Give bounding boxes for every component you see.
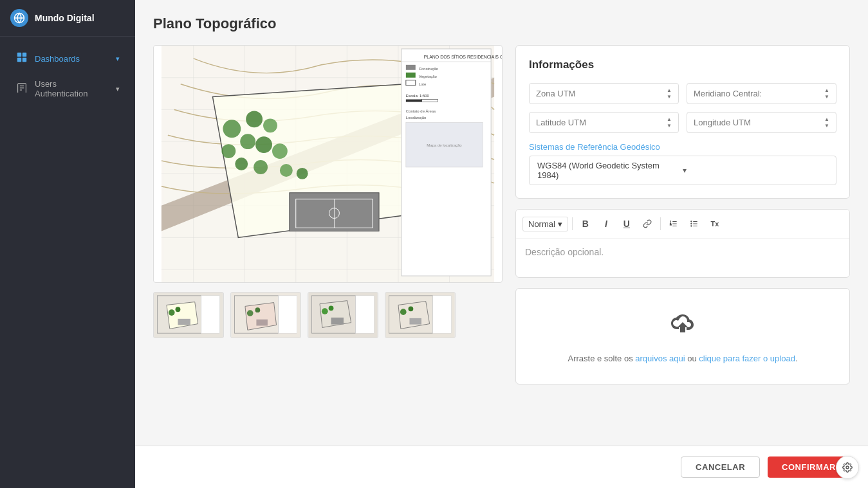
sidebar-item-label: Users Authentication [35,79,109,98]
svg-point-74 [255,307,260,312]
svg-rect-72 [256,320,268,326]
settings-button[interactable] [836,456,859,479]
sidebar-logo: Mundo Digital [0,0,135,37]
meridiano-label: Meridiano Central: [694,89,824,98]
svg-text:2.: 2. [670,223,672,226]
svg-point-30 [223,120,241,138]
svg-text:PLANO DOS SÍTIOS RESIDENCIAIS : PLANO DOS SÍTIOS RESIDENCIAIS CARVÃO [424,54,502,59]
svg-point-80 [322,308,328,314]
geodesic-section: Sistemas de Referência Geodésico WGS84 (… [529,142,836,185]
svg-point-73 [247,310,254,316]
geodesic-select[interactable]: WGS84 (World Geodetic System 1984) ▾ [529,156,836,185]
svg-rect-50 [406,73,416,78]
svg-point-32 [240,134,255,149]
zona-utm-input[interactable]: Zona UTM ▲▼ [529,83,679,104]
svg-text:Contato de Áreas: Contato de Áreas [406,109,436,113]
longitude-spinner[interactable]: ▲▼ [824,116,829,129]
italic-button[interactable]: I [597,215,615,233]
users-auth-icon [15,82,28,95]
svg-point-96 [691,221,692,222]
footer-actions: CANCELAR CONFIRMAR [135,446,868,488]
thumbnail-2[interactable] [230,292,301,338]
svg-text:Construção: Construção [419,67,439,71]
thumbnail-3[interactable] [308,292,378,338]
upload-card[interactable]: Arraste e solte os arquivos aqui ou cliq… [515,288,850,384]
svg-rect-48 [406,65,416,70]
field-longitude: Longitude UTM ▲▼ [687,112,836,133]
svg-text:Localização: Localização [406,116,427,120]
svg-rect-77 [355,296,374,333]
upload-click-link[interactable]: clique para fazer o upload [699,354,795,363]
sidebar-arrow-icon: ▾ [116,85,120,93]
sidebar: Mundo Digital Dashboards ▾ [0,0,135,488]
upload-files-link[interactable]: arquivos aqui [635,354,685,363]
svg-point-38 [254,160,268,174]
main-content: Plano Topográfico [135,0,868,488]
info-fields: Zona UTM ▲▼ Meridiano Central: ▲▼ [529,83,836,133]
cancel-button[interactable]: CANCELAR [681,456,760,478]
sidebar-item-dashboards[interactable]: Dashboards ▾ [5,46,130,71]
content-grid: N PLANO DOS SÍTIOS RESIDENCIAIS CARVÃO C… [153,45,850,384]
chevron-down-icon: ▾ [683,166,828,175]
toolbar-divider-1 [572,217,573,230]
editor-toolbar: Normal ▾ B I U [516,210,849,239]
unordered-list-button[interactable] [685,215,703,233]
svg-rect-56 [422,100,438,102]
zona-utm-spinner[interactable]: ▲▼ [667,87,672,100]
sidebar-item-label: Dashboards [35,54,109,64]
format-arrow-icon: ▾ [558,219,562,229]
underline-button[interactable]: U [618,215,636,233]
svg-point-39 [280,164,293,177]
latitude-spinner[interactable]: ▲▼ [667,116,672,129]
svg-rect-79 [331,318,344,325]
svg-point-88 [409,306,414,311]
logo-icon [10,9,28,27]
longitude-input[interactable]: Longitude UTM ▲▼ [687,112,836,133]
thumbnail-1[interactable] [153,292,224,338]
svg-rect-4 [17,58,21,62]
svg-rect-63 [201,296,219,333]
svg-point-40 [297,168,308,179]
svg-text:Escala: 1:500: Escala: 1:500 [406,94,430,98]
link-button[interactable] [638,215,656,233]
geodesic-value: WGS84 (World Geodetic System 1984) [537,161,683,180]
latitude-label: Latitude UTM [536,118,667,127]
field-zona-utm: Zona UTM ▲▼ [529,83,679,104]
svg-point-97 [691,223,692,224]
thumbnails [153,292,503,338]
latitude-input[interactable]: Latitude UTM ▲▼ [529,112,679,133]
svg-rect-70 [278,296,297,333]
svg-point-66 [169,309,175,316]
map-preview: N PLANO DOS SÍTIOS RESIDENCIAIS CARVÃO C… [153,45,503,283]
format-select[interactable]: Normal ▾ [522,217,568,231]
sidebar-item-users-auth[interactable]: Users Authentication ▾ [5,73,130,105]
page-title: Plano Topográfico [153,15,850,32]
svg-point-67 [176,307,181,312]
svg-rect-84 [432,296,451,333]
meridiano-input[interactable]: Meridiano Central: ▲▼ [687,83,836,104]
ordered-list-button[interactable]: 2. [665,215,683,233]
svg-rect-65 [178,319,190,325]
editor-body[interactable]: Descrição opcional. [516,239,849,277]
svg-rect-86 [409,318,421,325]
right-panel: Informações Zona UTM ▲▼ [515,45,850,384]
svg-rect-3 [23,53,26,57]
sidebar-arrow-icon: ▾ [116,55,120,63]
field-meridiano: Meridiano Central: ▲▼ [687,83,836,104]
bold-button[interactable]: B [577,215,595,233]
svg-text:Lote: Lote [419,82,427,86]
longitude-label: Longitude UTM [694,118,824,127]
meridiano-spinner[interactable]: ▲▼ [824,87,829,100]
svg-rect-2 [17,53,21,57]
svg-point-36 [272,143,288,159]
svg-rect-5 [23,58,26,62]
clear-format-button[interactable]: Tx [706,215,724,233]
thumbnail-4[interactable] [385,292,456,338]
toolbar-divider-2 [660,217,661,230]
svg-point-31 [246,111,263,127]
svg-point-98 [691,226,692,226]
svg-point-34 [255,136,272,153]
svg-marker-85 [398,302,430,329]
svg-point-33 [263,118,277,132]
upload-icon [667,309,698,346]
